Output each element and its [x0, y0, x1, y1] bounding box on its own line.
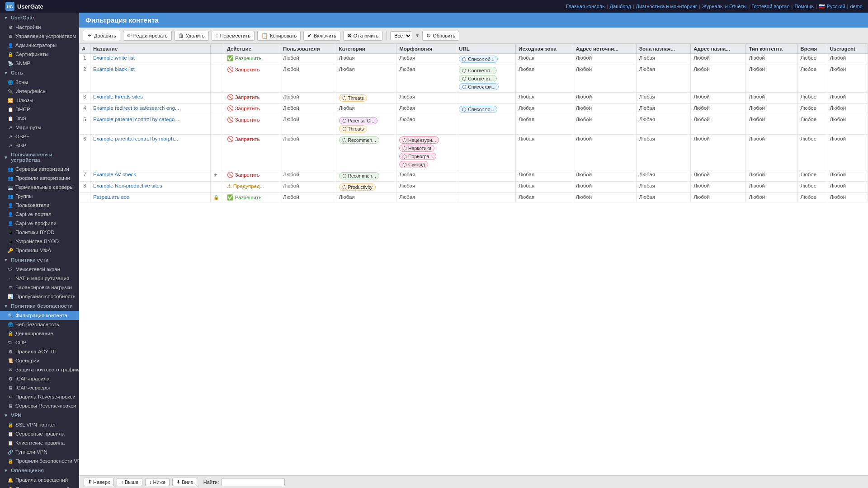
- sidebar-item-users[interactable]: 👤 Пользователи: [0, 201, 79, 210]
- sidebar-item-auth-servers[interactable]: 👥 Серверы авторизации: [0, 164, 79, 174]
- nav-help[interactable]: Помощь: [794, 4, 814, 9]
- sidebar-item-routes[interactable]: ↗ Маршруты: [0, 123, 79, 132]
- sidebar-item-reverse-proxy-servers[interactable]: 🖥 Серверы Reverse-прокси: [0, 401, 79, 410]
- sidebar-item-captive-profiles[interactable]: 👤 Captive-профили: [0, 219, 79, 228]
- sidebar-item-gateways[interactable]: 🔀 Шлюзы: [0, 96, 79, 105]
- cell-name[interactable]: Example AV check: [90, 170, 211, 182]
- row-name-link[interactable]: Example AV check: [93, 172, 136, 177]
- sidebar-item-nat[interactable]: ↔ NAT и маршрутизация: [0, 274, 79, 283]
- sidebar-section-net-policies[interactable]: ▼ Политики сети: [0, 255, 79, 265]
- sidebar-item-icap-servers[interactable]: 🖥 ICAP-серверы: [0, 383, 79, 392]
- move-button[interactable]: ↕ Переместить: [212, 31, 255, 41]
- sidebar-item-firewall[interactable]: 🛡 Межсетевой экран: [0, 265, 79, 274]
- sidebar-item-dhcp[interactable]: 📋 DHCP: [0, 105, 79, 114]
- sidebar-section-security[interactable]: ▼ Политики безопасности: [0, 301, 79, 311]
- sidebar-item-cob[interactable]: 🛡 СОВ: [0, 338, 79, 347]
- sidebar-item-manage-devices[interactable]: 🖥 Управление устройством: [0, 32, 79, 41]
- sidebar-item-bgp[interactable]: ↗ BGP: [0, 141, 79, 150]
- sidebar-section-users[interactable]: ▼ Пользователи и устройства: [0, 150, 79, 164]
- sidebar-item-ssl-vpn[interactable]: 🔒 SSL VPN портал: [0, 420, 79, 429]
- sidebar-item-certs[interactable]: 🔒 Сертификаты: [0, 50, 79, 59]
- table-row[interactable]: 2 Example black list 🚫Запретить Любой Лю…: [80, 65, 868, 93]
- sidebar-item-icap-rules[interactable]: ⚙ ICAP-правила: [0, 374, 79, 383]
- refresh-button[interactable]: ↻ Обновить: [422, 31, 459, 41]
- sidebar-item-vpn-security-profiles[interactable]: 🔒 Профили безопасности VPN: [0, 456, 79, 465]
- sidebar-section-vpn[interactable]: ▼ VPN: [0, 410, 79, 420]
- row-name-link[interactable]: Example Non-productive sites: [93, 183, 162, 188]
- sidebar-item-mail-protect[interactable]: ✉ Защита почтового трафика: [0, 365, 79, 374]
- sidebar-item-decryption[interactable]: 🔓 Дешифрование: [0, 329, 79, 338]
- nav-diagnostics[interactable]: Диагностика и мониторинг: [636, 4, 697, 9]
- sidebar-item-acs-rules[interactable]: ⚙ Правила АСУ ТП: [0, 347, 79, 356]
- sidebar-item-throughput[interactable]: 📊 Пропускная способность: [0, 292, 79, 301]
- cell-name[interactable]: Example parental control by morph...: [90, 135, 211, 170]
- nav-bottom-button[interactable]: ⬇ Вниз: [172, 478, 197, 486]
- sidebar-item-byod-devices[interactable]: 📱 Устройства BYOD: [0, 237, 79, 246]
- nav-logs[interactable]: Журналы и Отчёты: [702, 4, 747, 9]
- sidebar-section-notifications[interactable]: ▼ Оповещения: [0, 465, 79, 475]
- table-row[interactable]: 4 Example redirect to safesearch eng... …: [80, 104, 868, 115]
- sidebar-item-terminal-servers[interactable]: 💻 Терминальные серверы: [0, 183, 79, 192]
- copy-button[interactable]: 📋 Копировать: [257, 31, 301, 41]
- table-row[interactable]: 6 Example parental control by morph... 🚫…: [80, 135, 868, 170]
- edit-button[interactable]: ✏ Редактировать: [123, 31, 172, 41]
- filter-select[interactable]: Все: [390, 31, 412, 40]
- sidebar-section-usergate[interactable]: ▼ UserGate: [0, 13, 79, 23]
- cell-name[interactable]: Example parental control by catego...: [90, 115, 211, 135]
- row-name-link[interactable]: Разрешить все: [93, 194, 129, 200]
- cell-name[interactable]: Example white list: [90, 54, 211, 65]
- sidebar-item-byod-policies[interactable]: 📱 Политики BYOD: [0, 228, 79, 237]
- row-name-link[interactable]: Example parental control by catego...: [93, 117, 179, 122]
- table-row[interactable]: Разрешить все 🔒 ✅Разрешить Любой Любая Л…: [80, 193, 868, 202]
- sidebar-item-server-rules[interactable]: 📋 Серверные правила: [0, 429, 79, 438]
- nav-language[interactable]: Русский: [827, 4, 845, 9]
- sidebar-item-reverse-proxy-rules[interactable]: ↩ Правила Reverse-прокси: [0, 392, 79, 401]
- nav-lower-button[interactable]: ↓ Ниже: [145, 478, 170, 486]
- sidebar-item-interfaces[interactable]: 🔌 Интерфейсы: [0, 87, 79, 96]
- cell-name[interactable]: Example threats sites: [90, 93, 211, 104]
- sidebar-item-scenarios[interactable]: 📜 Сценарии: [0, 356, 79, 365]
- find-input[interactable]: [222, 478, 285, 486]
- sidebar-item-captive-portal[interactable]: 👤 Captive-портал: [0, 210, 79, 219]
- sidebar-item-client-rules[interactable]: 📋 Клиентские правила: [0, 438, 79, 447]
- sidebar-item-balancing[interactable]: ⚖ Балансировка нагрузки: [0, 283, 79, 292]
- sidebar-item-ospf[interactable]: ↗ OSPF: [0, 132, 79, 141]
- nav-higher-button[interactable]: ↑ Выше: [117, 478, 142, 486]
- add-button[interactable]: ＋ Добавить: [83, 30, 120, 41]
- row-name-link[interactable]: Example black list: [93, 66, 135, 72]
- sidebar-item-auth-profiles[interactable]: 👥 Профили авторизации: [0, 174, 79, 183]
- table-row[interactable]: 7 Example AV check ✦ 🚫Запретить Любой ⬡ …: [80, 170, 868, 182]
- sidebar-item-admins[interactable]: 👤 Администраторы: [0, 41, 79, 50]
- sidebar-item-content-filter[interactable]: 🔍 Фильтрация контента: [0, 311, 79, 320]
- table-row[interactable]: 3 Example threats sites 🚫Запретить Любой…: [80, 93, 868, 104]
- nav-demo[interactable]: demo: [850, 4, 863, 9]
- row-name-link[interactable]: Example redirect to safesearch eng...: [93, 105, 179, 111]
- nav-dashboard[interactable]: Дашборд: [610, 4, 631, 9]
- table-row[interactable]: 5 Example parental control by catego... …: [80, 115, 868, 135]
- enable-button[interactable]: ✔ Включить: [303, 31, 340, 41]
- table-row[interactable]: 8 Example Non-productive sites ⚠Предупре…: [80, 182, 868, 193]
- sidebar-section-network[interactable]: ▼ Сеть: [0, 68, 79, 78]
- sidebar-item-vpn-tunnels[interactable]: 🔗 Туннели VPN: [0, 447, 79, 456]
- cell-name[interactable]: Разрешить все: [90, 193, 211, 202]
- cell-name[interactable]: Example redirect to safesearch eng...: [90, 104, 211, 115]
- sidebar-item-notif-profiles[interactable]: 🔔 Профили оповещений: [0, 484, 79, 488]
- sidebar-item-snmp[interactable]: 📡 SNMP: [0, 59, 79, 68]
- cell-name[interactable]: Example black list: [90, 65, 211, 93]
- row-name-link[interactable]: Example threats sites: [93, 94, 143, 99]
- nav-guest-portal[interactable]: Гостевой портал: [751, 4, 789, 9]
- sidebar-item-groups[interactable]: 👥 Группы: [0, 192, 79, 201]
- nav-main-console[interactable]: Главная консоль: [566, 4, 605, 9]
- delete-button[interactable]: 🗑 Удалить: [175, 31, 209, 41]
- sidebar-item-web-security[interactable]: 🌐 Веб-безопасность: [0, 320, 79, 329]
- nav-top-button[interactable]: ⬆ Наверх: [84, 478, 114, 486]
- sidebar-item-notif-rules[interactable]: 🔔 Правила оповещений: [0, 475, 79, 484]
- sidebar-item-settings[interactable]: ⚙ Настройки: [0, 23, 79, 32]
- disable-button[interactable]: ✖ Отключить: [343, 31, 383, 41]
- sidebar-item-dns[interactable]: 📋 DNS: [0, 114, 79, 123]
- sidebar-item-mfa-profiles[interactable]: 🔑 Профили МФА: [0, 246, 79, 255]
- cell-name[interactable]: Example Non-productive sites: [90, 182, 211, 193]
- row-name-link[interactable]: Example parental control by morph...: [93, 136, 178, 141]
- row-name-link[interactable]: Example white list: [93, 55, 135, 61]
- table-row[interactable]: 1 Example white list ✅Разрешить Любой Лю…: [80, 54, 868, 65]
